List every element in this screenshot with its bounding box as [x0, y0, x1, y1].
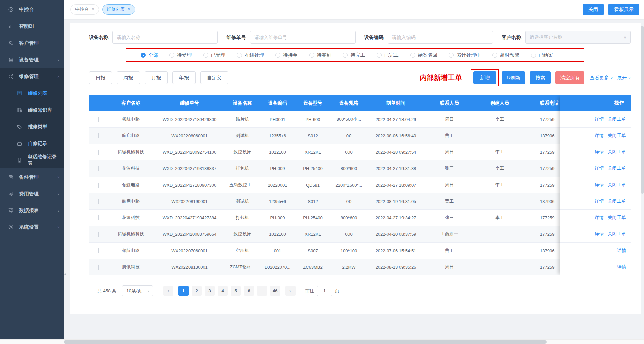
radio-label: 累计处理中 [457, 52, 481, 58]
page-button-4[interactable]: 4 [218, 286, 228, 296]
goto-page-input[interactable] [317, 286, 332, 296]
report-button-年报[interactable]: 年报 [172, 71, 196, 84]
page-button-5[interactable]: 5 [231, 286, 241, 296]
customer-name-select[interactable]: 请选择客户名称∨ [525, 31, 631, 44]
total-count-label: 共 458 条 [97, 288, 116, 294]
view-more-link[interactable]: 查看更多 ∨ [590, 75, 613, 81]
detail-link[interactable]: 详情 [595, 198, 604, 204]
sidebar-item-repair-list[interactable]: 维修列表 [0, 85, 64, 101]
close-order-link[interactable]: 关闭工单 [608, 215, 626, 221]
status-radio-已完工[interactable]: 已完工 [377, 52, 399, 58]
row-checkbox[interactable] [98, 166, 99, 171]
report-button-周报[interactable]: 周报 [117, 71, 140, 84]
page-button-1[interactable]: 1 [178, 286, 189, 296]
chevron-up-icon: ∧ [57, 75, 60, 78]
close-order-link[interactable]: 关闭工单 [608, 116, 626, 122]
expand-link[interactable]: 展开 ∨ [617, 75, 631, 81]
sidebar-item-self-repair-records[interactable]: 自修记录 [0, 135, 64, 152]
tab-close-icon[interactable]: × [92, 7, 94, 12]
device-name-input[interactable] [112, 31, 218, 44]
page-button-6[interactable]: 6 [244, 286, 254, 296]
sidebar-item-smart-bi[interactable]: 智能BI [0, 18, 64, 35]
clear-all-button[interactable]: 清空所有 [555, 71, 584, 84]
sidebar-item-repair-knowledge[interactable]: 维修知识库 [0, 101, 64, 118]
page-button-46[interactable]: 46 [270, 286, 280, 296]
row-checkbox[interactable] [98, 150, 99, 155]
close-order-link[interactable]: 关闭工单 [608, 149, 626, 155]
detail-link[interactable]: 详情 [595, 116, 604, 122]
report-button-日报[interactable]: 日报 [89, 71, 112, 84]
detail-link[interactable]: 详情 [617, 264, 626, 270]
cell-creator: 李工 [475, 149, 525, 155]
close-order-link[interactable]: 关闭工单 [608, 182, 626, 188]
cell-code: PH0001 [260, 117, 295, 122]
detail-link[interactable]: 详情 [595, 149, 604, 155]
horizontal-scrollbar-thumb[interactable] [64, 340, 547, 344]
sidebar-item-spare-parts-mgmt[interactable]: 备件管理∨ [0, 168, 64, 185]
repair-order-input[interactable] [250, 31, 355, 44]
detail-link[interactable]: 详情 [595, 182, 604, 188]
status-radio-已受理[interactable]: 已受理 [203, 52, 226, 58]
topbar: 中控台×维修列表× 关闭 看板展示 [64, 0, 644, 19]
tab-中控台[interactable]: 中控台× [70, 4, 99, 15]
detail-link[interactable]: 详情 [595, 133, 604, 139]
cell-customer: 拓诚机械科技 [107, 231, 154, 237]
sidebar-item-system-settings[interactable]: 系统设置∨ [0, 219, 64, 235]
close-order-link[interactable]: 关闭工单 [608, 231, 626, 237]
row-checkbox[interactable] [98, 199, 99, 204]
status-radio-待签到[interactable]: 待签到 [309, 52, 332, 58]
search-button[interactable]: 搜索 [530, 71, 551, 84]
tab-close-icon[interactable]: × [128, 7, 130, 12]
status-radio-累计处理中[interactable]: 累计处理中 [449, 52, 481, 58]
tab-维修列表[interactable]: 维修列表× [102, 4, 135, 15]
horizontal-scrollbar[interactable] [0, 339, 644, 344]
close-order-link[interactable]: 关闭工单 [608, 133, 626, 139]
status-radio-待接单[interactable]: 待接单 [275, 52, 298, 58]
detail-link[interactable]: 详情 [595, 215, 604, 221]
sidebar-item-data-reports[interactable]: 数据报表∨ [0, 202, 64, 219]
vertical-scrollbar-thumb[interactable] [641, 26, 644, 194]
status-radio-结案驳回[interactable]: 结案驳回 [410, 52, 437, 58]
next-page-button[interactable]: › [285, 286, 296, 296]
tab-bar: 中控台×维修列表× [70, 4, 139, 15]
sidebar-item-repair-mgmt[interactable]: 维修管理∧ [0, 68, 64, 85]
status-radio-待受理[interactable]: 待受理 [169, 52, 192, 58]
row-checkbox[interactable] [98, 265, 99, 270]
prev-page-button[interactable]: ‹ [163, 286, 173, 296]
refresh-button[interactable]: ↻刷新 [502, 71, 525, 84]
report-button-月报[interactable]: 月报 [145, 71, 168, 84]
detail-link[interactable]: 详情 [617, 248, 626, 254]
cell-time: 2022-04-27 19:31:38 [367, 166, 424, 171]
device-code-input[interactable] [388, 31, 493, 44]
close-order-link[interactable]: 关闭工单 [608, 198, 626, 204]
row-checkbox[interactable] [98, 215, 99, 220]
sidebar-item-expense-mgmt[interactable]: 费用管理∨ [0, 185, 64, 202]
board-display-button[interactable]: 看板展示 [608, 4, 639, 15]
detail-link[interactable]: 详情 [595, 231, 604, 237]
sidebar-item-console[interactable]: 中控台 [0, 1, 64, 18]
row-checkbox[interactable] [98, 183, 99, 188]
page-button-3[interactable]: 3 [205, 286, 215, 296]
status-radio-待完工[interactable]: 待完工 [343, 52, 365, 58]
sidebar-item-device-mgmt[interactable]: 设备管理∨ [0, 51, 64, 68]
sidebar-item-customer-mgmt[interactable]: 客户管理 [0, 35, 64, 51]
page-size-select[interactable]: 10条/页∨ [122, 285, 153, 296]
detail-link[interactable]: 详情 [595, 165, 604, 171]
close-order-link[interactable]: 关闭工单 [608, 165, 626, 171]
row-checkbox[interactable] [98, 117, 99, 122]
add-button[interactable]: 新增 [473, 71, 496, 84]
page-button-2[interactable]: 2 [192, 286, 202, 296]
row-checkbox[interactable] [98, 133, 99, 138]
page-ellipsis[interactable]: ··· [257, 286, 267, 296]
report-button-自定义[interactable]: 自定义 [200, 71, 228, 84]
sidebar-item-repair-type[interactable]: 维修类型 [0, 118, 64, 135]
row-checkbox[interactable] [98, 232, 99, 237]
status-radio-全部[interactable]: 全部 [141, 52, 158, 58]
close-button[interactable]: 关闭 [583, 4, 604, 15]
status-radio-已结案[interactable]: 已结案 [531, 52, 553, 58]
sidebar-collapse-icon[interactable]: ◄ [63, 272, 67, 276]
status-radio-在线处理[interactable]: 在线处理 [237, 52, 264, 58]
row-checkbox[interactable] [98, 248, 99, 253]
status-radio-超时预警[interactable]: 超时预警 [492, 52, 520, 58]
sidebar-item-phone-repair-records[interactable]: 电话维修记录表 [0, 152, 64, 168]
